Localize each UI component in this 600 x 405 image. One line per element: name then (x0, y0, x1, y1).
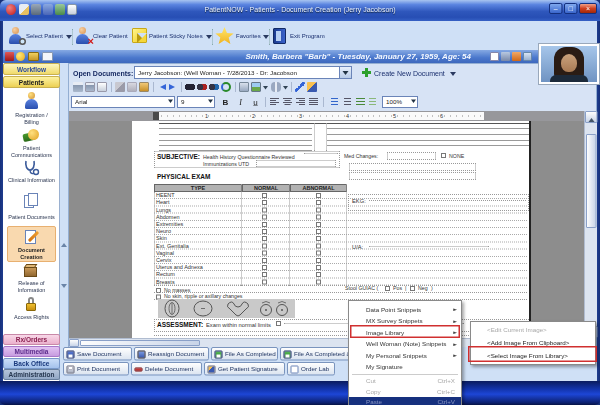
close-button[interactable]: × (579, 3, 597, 14)
abnormal-checkbox[interactable] (316, 207, 321, 212)
maximize-button[interactable]: □ (564, 3, 578, 14)
sidebar-group-patients[interactable]: Patients (3, 76, 60, 88)
abnormal-checkbox[interactable] (316, 236, 321, 241)
stool-neg-checkbox[interactable] (410, 286, 415, 291)
abnormal-checkbox[interactable] (316, 200, 321, 205)
abnormal-checkbox[interactable] (316, 279, 321, 284)
vertical-scrollbar[interactable] (584, 111, 597, 338)
sidebar-group-rx-orders[interactable]: Rx/Orders (3, 334, 60, 345)
sidebar-group-multimedia[interactable]: Multimedia (3, 346, 60, 357)
save-document-button[interactable]: Save Document (63, 347, 132, 361)
file-as-completed-button[interactable]: File As Completed (211, 347, 278, 361)
info-icon[interactable] (501, 52, 510, 61)
abnormal-checkbox[interactable] (316, 258, 321, 263)
normal-checkbox[interactable] (262, 243, 267, 248)
anatomy-image[interactable] (158, 299, 295, 318)
print-document-button[interactable]: Print Document (63, 362, 129, 376)
abnormal-checkbox[interactable] (316, 193, 321, 198)
context-menu-item[interactable]: My Signature (349, 362, 461, 374)
abnormal-checkbox[interactable] (316, 222, 321, 227)
align-right-icon[interactable] (295, 98, 306, 107)
normal-checkbox[interactable] (262, 265, 267, 270)
select-patient-button[interactable]: Select Patient (26, 32, 63, 39)
signature-icon[interactable] (307, 82, 317, 92)
alert-icon[interactable] (5, 52, 14, 61)
normal-checkbox[interactable] (262, 207, 267, 212)
font-size-select[interactable]: 9 (177, 96, 215, 108)
scroll-up-button[interactable] (585, 111, 598, 123)
create-new-dropdown-icon[interactable] (450, 72, 456, 79)
normal-checkbox[interactable] (262, 258, 267, 263)
abnormal-checkbox[interactable] (316, 229, 321, 234)
context-menu-item[interactable]: Data Point Snippets ► (349, 304, 461, 316)
hscrollbar-thumb[interactable] (80, 340, 200, 346)
edit-patient-icon[interactable] (490, 52, 499, 61)
patient-sticky-notes-button[interactable]: Patient Sticky Notes (149, 32, 203, 39)
undo-icon[interactable] (157, 84, 166, 90)
find-icon[interactable] (185, 82, 195, 92)
document-canvas[interactable]: SUBJECTIVE: Health History Questionnaire… (69, 121, 584, 338)
normal-checkbox[interactable] (262, 222, 267, 227)
minimize-button[interactable]: – (549, 3, 563, 14)
abnormal-checkbox[interactable] (316, 272, 321, 277)
scroll-left-button[interactable] (69, 339, 79, 347)
get-patient-signature-button[interactable]: Get Patient Signature (204, 362, 285, 376)
zoom-select[interactable]: 100% (382, 96, 418, 108)
bullet-list-icon[interactable] (340, 98, 351, 107)
email-icon[interactable] (97, 82, 107, 92)
font-select[interactable]: Arial (71, 96, 175, 108)
grid-icon[interactable] (523, 52, 532, 61)
normal-checkbox[interactable] (262, 272, 267, 277)
open-documents-select[interactable]: Jerry Jacobson: (Well Woman - 7/28/2013 … (134, 66, 352, 79)
normal-checkbox[interactable] (262, 200, 267, 205)
favorites-button[interactable]: Favorites (236, 32, 261, 39)
mail-icon[interactable] (42, 52, 53, 61)
copy-icon[interactable] (127, 82, 137, 92)
abnormal-checkbox[interactable] (316, 215, 321, 220)
sidebar-group-administration[interactable]: Administration (3, 369, 60, 380)
cut-icon[interactable] (115, 82, 125, 92)
context-menu-item[interactable]: My Personal Snippets ► (349, 350, 461, 362)
abnormal-checkbox[interactable] (316, 265, 321, 270)
splitter-up-arrow[interactable] (61, 240, 67, 247)
link-dropdown-icon[interactable] (283, 86, 288, 92)
print-icon[interactable] (73, 82, 83, 92)
paste-icon[interactable] (139, 82, 149, 92)
context-menu-paste[interactable]: PasteCtrl+V (349, 397, 461, 405)
bold-button[interactable]: B (219, 96, 232, 109)
none-checkbox[interactable] (441, 153, 446, 158)
normal-checkbox[interactable] (262, 193, 267, 198)
clear-patient-button[interactable]: Clear Patient (93, 32, 128, 39)
normal-checkbox[interactable] (262, 279, 267, 284)
image-icon[interactable] (251, 82, 261, 92)
numbered-list-icon[interactable] (327, 98, 338, 107)
refresh-icon[interactable] (221, 82, 231, 92)
italic-button[interactable]: I (234, 96, 247, 109)
table-icon[interactable] (239, 82, 249, 92)
normal-checkbox[interactable] (262, 251, 267, 256)
normal-checkbox[interactable] (262, 229, 267, 234)
highlighter-icon[interactable] (295, 82, 305, 92)
normal-checkbox[interactable] (262, 215, 267, 220)
print-preview-icon[interactable] (85, 82, 95, 92)
assessment-checkbox[interactable] (276, 321, 281, 326)
patient-alert-icon[interactable] (512, 52, 521, 61)
smiley-icon[interactable] (16, 52, 25, 61)
outdent-icon[interactable] (368, 98, 379, 107)
ruler-marker[interactable] (153, 112, 159, 120)
sidebar-splitter[interactable] (60, 63, 68, 381)
find-next-icon[interactable] (197, 82, 207, 92)
stool-pos-checkbox[interactable] (385, 286, 390, 291)
align-left-icon[interactable] (269, 98, 280, 107)
open-documents-dropdown-icon[interactable] (339, 67, 351, 78)
abnormal-checkbox[interactable] (316, 243, 321, 248)
create-new-document-button[interactable]: Create New Document (374, 69, 445, 77)
normal-checkbox[interactable] (262, 236, 267, 241)
title-bar[interactable]: PatientNOW - Patients - Document Creatio… (0, 0, 600, 21)
indent-icon[interactable] (355, 98, 366, 107)
image-dropdown-icon[interactable] (263, 86, 268, 92)
folder-icon[interactable] (28, 52, 39, 61)
align-justify-icon[interactable] (308, 98, 319, 107)
order-lab-button[interactable]: Order Lab (287, 362, 335, 376)
patient-photo[interactable] (538, 43, 600, 85)
